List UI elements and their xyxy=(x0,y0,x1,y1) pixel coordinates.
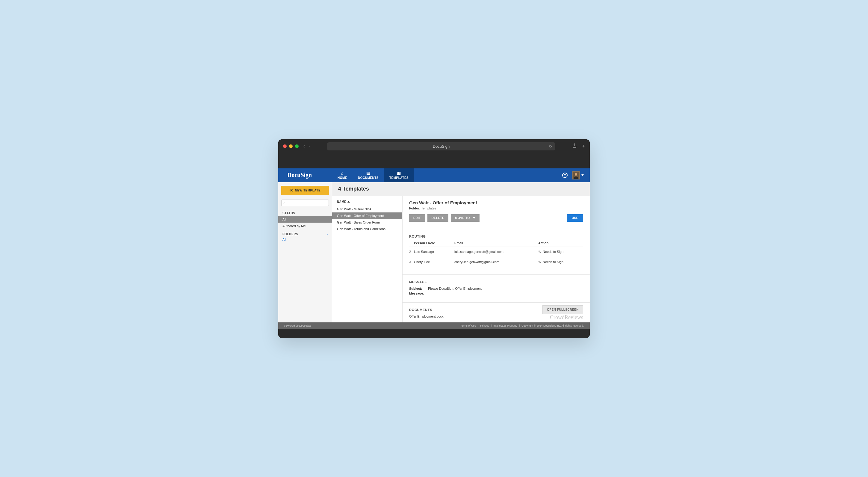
col-email-header: Email xyxy=(454,241,538,245)
avatar xyxy=(572,171,580,179)
message-row: Message: xyxy=(409,292,583,295)
move-to-button[interactable]: MOVE TO xyxy=(451,214,479,222)
routing-section: ROUTING Person / Role Email Action 2 Lui… xyxy=(409,229,583,267)
new-tab-button[interactable]: + xyxy=(582,143,585,150)
routing-header-row: Person / Role Email Action xyxy=(409,241,583,247)
page-header: 4 Templates xyxy=(332,182,590,196)
search-box[interactable]: ⌕ xyxy=(281,200,329,206)
nav-documents[interactable]: ▤ DOCUMENTS xyxy=(352,169,384,182)
url-text: DocuSign xyxy=(433,144,450,149)
app-footer: Powered by DocuSign Terms of Use| Privac… xyxy=(278,322,590,329)
share-icon[interactable] xyxy=(572,143,577,150)
list-sort-header[interactable]: NAME xyxy=(332,200,402,206)
footer-links: Terms of Use| Privacy| Intellectual Prop… xyxy=(460,324,584,327)
close-window-button[interactable] xyxy=(283,144,287,148)
row-index: 3 xyxy=(409,260,414,264)
header-right: ? xyxy=(562,169,590,182)
row-email: cheryl.lee.genwatt@gmail.com xyxy=(454,260,538,264)
detail-title: Gen Watt - Offer of Employment xyxy=(409,200,583,205)
template-item[interactable]: Gen Watt - Terms and Conditions xyxy=(332,226,402,232)
message-heading: MESSAGE xyxy=(409,280,583,284)
row-action: ✎ Needs to Sign xyxy=(538,250,583,254)
content-split: NAME Gen Watt - Mutual NDA Gen Watt - Of… xyxy=(332,196,590,322)
row-email: luis.santiago.genwatt@gmail.com xyxy=(454,250,538,254)
status-heading: STATUS xyxy=(278,209,332,216)
search-input[interactable] xyxy=(287,201,327,205)
subject-label: Subject: xyxy=(409,287,427,290)
main-content: 4 Templates NAME Gen Watt - Mutual NDA G… xyxy=(332,182,590,322)
routing-table: Person / Role Email Action 2 Luis Santia… xyxy=(409,241,583,267)
action-row: EDIT DELETE MOVE TO USE xyxy=(409,214,583,222)
routing-heading: ROUTING xyxy=(409,235,583,238)
folders-heading: FOLDERS xyxy=(282,233,298,236)
folders-all-link[interactable]: All xyxy=(278,237,332,244)
template-item[interactable]: Gen Watt - Sales Order Form xyxy=(332,219,402,226)
open-fullscreen-button[interactable]: OPEN FULLSCREEN xyxy=(542,305,583,314)
browser-nav: ‹ › xyxy=(303,144,310,149)
footer-link[interactable]: Terms of Use xyxy=(460,324,476,327)
forward-button[interactable]: › xyxy=(309,144,310,149)
nav-templates[interactable]: ▦ TEMPLATES xyxy=(384,169,414,182)
footer-link[interactable]: Privacy xyxy=(480,324,489,327)
logo[interactable]: DocuSign xyxy=(278,169,332,182)
reload-icon[interactable]: ⟳ xyxy=(549,144,552,149)
folder-label: Folder: xyxy=(409,206,420,210)
minimize-window-button[interactable] xyxy=(289,144,292,148)
folder-value: Templates xyxy=(421,206,436,210)
sort-asc-icon xyxy=(347,201,350,203)
nav-home[interactable]: ⌂ HOME xyxy=(332,169,352,182)
row-person: Luis Santiago xyxy=(414,250,454,254)
plus-icon: + xyxy=(290,189,293,192)
delete-button[interactable]: DELETE xyxy=(427,214,448,222)
nav-templates-label: TEMPLATES xyxy=(390,176,408,179)
edit-button[interactable]: EDIT xyxy=(409,214,425,222)
search-icon: ⌕ xyxy=(283,201,285,205)
traffic-lights xyxy=(283,144,299,148)
template-list: NAME Gen Watt - Mutual NDA Gen Watt - Of… xyxy=(332,196,403,322)
move-to-label: MOVE TO xyxy=(455,216,470,220)
col-action-header: Action xyxy=(538,241,583,245)
routing-row: 3 Cheryl Lee cheryl.lee.genwatt@gmail.co… xyxy=(409,257,583,267)
new-template-button[interactable]: + NEW TEMPLATE xyxy=(281,186,329,196)
back-button[interactable]: ‹ xyxy=(303,144,305,149)
list-header-label: NAME xyxy=(337,200,346,204)
template-item[interactable]: Gen Watt - Offer of Employment xyxy=(332,212,402,219)
folders-section[interactable]: FOLDERS › xyxy=(278,229,332,237)
nav-home-label: HOME xyxy=(338,176,347,179)
message-label: Message: xyxy=(409,292,427,295)
svg-point-2 xyxy=(575,173,577,176)
browser-chrome: ‹ › DocuSign ⟳ + xyxy=(278,139,590,153)
new-template-label: NEW TEMPLATE xyxy=(295,189,320,192)
footer-copyright: Copyright © 2014 DocuSign, Inc. All righ… xyxy=(522,324,584,327)
chevron-right-icon: › xyxy=(327,232,328,236)
url-bar[interactable]: DocuSign ⟳ xyxy=(327,142,556,150)
pencil-icon: ✎ xyxy=(538,260,541,264)
subject-value: Please DocuSign: Offer Employment xyxy=(428,287,482,290)
status-all[interactable]: All xyxy=(278,216,332,222)
sidebar: + NEW TEMPLATE ⌕ STATUS All Authored by … xyxy=(278,182,332,322)
pencil-icon: ✎ xyxy=(538,250,541,254)
row-action: ✎ Needs to Sign xyxy=(538,260,583,264)
message-section: MESSAGE Subject: Please DocuSign: Offer … xyxy=(409,275,583,295)
subject-row: Subject: Please DocuSign: Offer Employme… xyxy=(409,287,583,290)
watermark: CrowdReviews xyxy=(550,314,583,321)
action-text: Needs to Sign xyxy=(543,260,563,264)
footer-powered: Powered by DocuSign xyxy=(284,324,311,327)
detail-folder: Folder: Templates xyxy=(409,206,583,210)
browser-tab-strip xyxy=(278,153,590,169)
user-menu[interactable] xyxy=(572,171,584,179)
document-icon: ▤ xyxy=(366,171,371,176)
detail-pane: Gen Watt - Offer of Employment Folder: T… xyxy=(403,196,590,322)
footer-link[interactable]: Intellectual Property xyxy=(493,324,517,327)
maximize-window-button[interactable] xyxy=(295,144,299,148)
app-header: DocuSign ⌂ HOME ▤ DOCUMENTS ▦ TEMPLATES … xyxy=(278,169,590,182)
use-button[interactable]: USE xyxy=(567,214,583,222)
caret-down-icon xyxy=(473,217,475,219)
template-item[interactable]: Gen Watt - Mutual NDA xyxy=(332,206,402,212)
caret-down-icon xyxy=(581,174,584,176)
browser-window: ‹ › DocuSign ⟳ + DocuSign ⌂ HOME ▤ DOCUM… xyxy=(278,139,590,338)
page-title: 4 Templates xyxy=(338,186,584,192)
status-authored-by-me[interactable]: Authored by Me xyxy=(278,222,332,229)
help-icon[interactable]: ? xyxy=(562,173,567,178)
row-person: Cheryl Lee xyxy=(414,260,454,264)
